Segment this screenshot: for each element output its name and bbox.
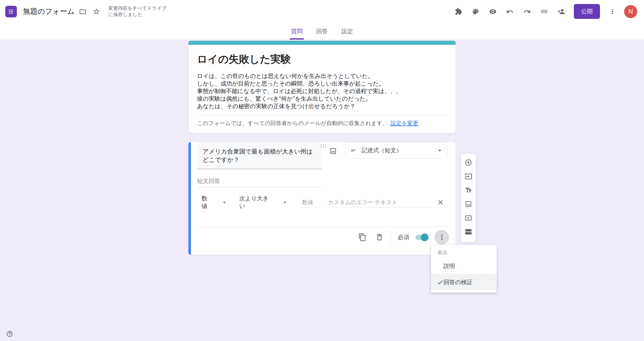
form-header-card[interactable]: ロイの失敗した実験 ロイは、この世のものとは思えない何かを生み出そうとしていた。… — [188, 41, 456, 133]
tab-questions-label: 質問 — [291, 27, 303, 35]
question-options-menu: 表示 説明 回答の検証 — [431, 245, 497, 293]
question-footer-toolbar: 必須 — [197, 227, 450, 247]
description-line: しかし、成功が目前だと思ったその瞬間、恐ろしい出来事が起こった。 — [197, 80, 447, 87]
forms-logo-icon[interactable] — [5, 6, 17, 17]
redo-icon[interactable] — [521, 6, 533, 17]
required-toggle[interactable] — [415, 233, 428, 241]
short-answer-preview: 短文回答 — [197, 177, 322, 188]
remove-validation-icon[interactable] — [435, 197, 446, 208]
preview-eye-icon[interactable] — [487, 6, 498, 17]
top-bar: 無題のフォーム 変更内容をすべてドライブに保存しました — [0, 0, 644, 23]
tab-responses[interactable]: 回答 — [313, 23, 331, 40]
move-to-folder-icon[interactable] — [77, 6, 88, 17]
form-title-input[interactable]: 無題のフォーム — [23, 7, 75, 17]
add-section-icon[interactable] — [465, 228, 472, 236]
publish-button[interactable]: 公開 — [574, 4, 600, 19]
tab-settings[interactable]: 設定 — [338, 23, 356, 40]
validation-condition-select[interactable]: 次より大きい — [239, 195, 288, 210]
tab-responses-label: 回答 — [316, 27, 328, 35]
add-title-description-icon[interactable] — [465, 186, 472, 194]
tab-settings-label: 設定 — [341, 27, 353, 35]
more-options-icon[interactable] — [607, 6, 618, 17]
tab-questions[interactable]: 質問 — [288, 23, 306, 40]
description-line: あなたは、その秘密の実験の正体を見つけ出せるだろうか？ — [197, 102, 447, 110]
required-label: 必須 — [398, 233, 409, 241]
form-title-heading[interactable]: ロイの失敗した実験 — [197, 52, 447, 66]
validation-value-input[interactable] — [301, 198, 321, 207]
import-questions-icon[interactable] — [465, 173, 472, 180]
account-avatar[interactable]: N — [624, 5, 637, 18]
description-line: 彼の実験は偶然にも、驚くべき"何か"を生み出していたのだった。 — [197, 95, 447, 102]
validation-condition-label: 次より大きい — [239, 195, 273, 210]
form-canvas: ロイの失敗した実験 ロイは、この世のものとは思えない何かを生み出そうとしていた。… — [188, 41, 456, 255]
tabs-bar: 質問 回答 設定 — [0, 23, 644, 40]
short-text-icon — [350, 147, 357, 154]
change-settings-link[interactable]: 設定を変更 — [390, 120, 418, 126]
top-bar-right: 公開 N — [453, 4, 637, 19]
drag-handle-icon[interactable] — [321, 144, 326, 147]
add-question-icon[interactable] — [465, 159, 472, 166]
insert-toolbar — [461, 154, 476, 242]
help-icon[interactable] — [4, 328, 15, 339]
validation-type-label: 数値 — [202, 195, 213, 210]
question-card[interactable]: アメリカ合衆国で最も面積が大きい州はどこですか？ 記述式（短文） 短文回答 数値 — [188, 142, 456, 255]
form-description[interactable]: ロイは、この世のものとは思えない何かを生み出そうとしていた。 しかし、成功が目前… — [197, 72, 447, 110]
active-tab-underline — [290, 38, 304, 40]
theme-palette-icon[interactable] — [470, 6, 481, 17]
email-collection-notice: このフォームでは、すべての回答者からのメールが自動的に収集されます。 — [197, 120, 388, 126]
response-validation-row: 数値 次より大きい — [197, 194, 450, 210]
divider — [391, 231, 391, 244]
menu-item-description[interactable]: 説明 — [431, 258, 497, 274]
question-type-label: 記述式（短文） — [361, 146, 402, 154]
question-more-options-icon[interactable] — [434, 230, 449, 245]
menu-item-label: 回答の検証 — [444, 278, 473, 286]
validation-type-select[interactable]: 数値 — [202, 195, 228, 210]
chevron-down-icon — [221, 199, 228, 206]
top-bar-left: 無題のフォーム 変更内容をすべてドライブに保存しました — [5, 5, 168, 18]
save-status[interactable]: 変更内容をすべてドライブに保存しました — [108, 5, 168, 18]
question-type-dropdown[interactable]: 記述式（短文） — [345, 142, 447, 159]
theme-color-bar — [188, 41, 456, 45]
description-line: 事態が制御不能になる中で、ロイは必死に対処したが、その過程で実は、、、 — [197, 87, 447, 95]
check-icon — [437, 279, 444, 286]
menu-item-label: 説明 — [444, 262, 455, 270]
add-video-icon[interactable] — [465, 214, 472, 222]
copy-link-icon[interactable] — [539, 6, 550, 17]
chevron-down-icon — [436, 147, 444, 154]
google-forms-editor: 無題のフォーム 変更内容をすべてドライブに保存しました — [0, 0, 644, 341]
star-icon[interactable] — [91, 6, 102, 17]
menu-section-header: 表示 — [431, 247, 497, 258]
delete-question-icon[interactable] — [374, 232, 385, 243]
duplicate-question-icon[interactable] — [357, 232, 368, 243]
add-image-icon[interactable] — [465, 200, 472, 208]
question-title-input[interactable]: アメリカ合衆国で最も面積が大きい州はどこですか？ — [197, 142, 322, 169]
chevron-down-icon — [281, 199, 288, 206]
menu-item-response-validation[interactable]: 回答の検証 — [431, 274, 497, 290]
addons-puzzle-icon[interactable] — [453, 6, 464, 17]
short-answer-placeholder: 短文回答 — [197, 178, 220, 184]
undo-icon[interactable] — [504, 6, 515, 17]
custom-error-text-input[interactable] — [328, 198, 435, 207]
add-collaborators-icon[interactable] — [556, 6, 567, 17]
add-image-to-question-icon[interactable] — [328, 145, 339, 157]
description-line: ロイは、この世のものとは思えない何かを生み出そうとしていた。 — [197, 72, 447, 80]
